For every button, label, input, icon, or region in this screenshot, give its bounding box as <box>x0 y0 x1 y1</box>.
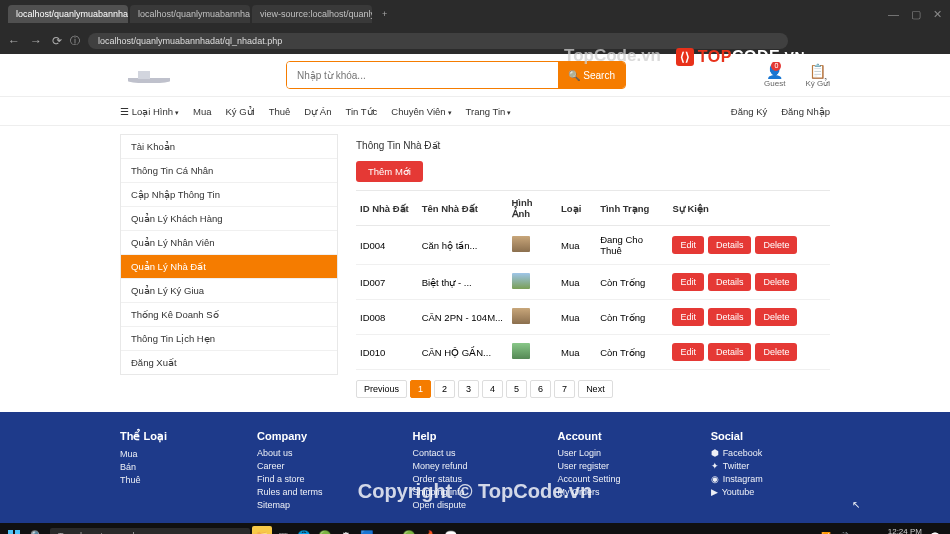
nav-dangnhap[interactable]: Đăng Nhập <box>781 106 830 117</box>
details-button[interactable]: Details <box>708 236 752 254</box>
nav-back-icon[interactable]: ← <box>8 34 20 48</box>
nav-dangky[interactable]: Đăng Ký <box>731 106 767 117</box>
th-id: ID Nhà Đất <box>356 191 418 226</box>
footer-link[interactable]: Thuê <box>120 475 167 485</box>
nav-duan[interactable]: Dự Án <box>304 106 331 117</box>
nav-tintuc[interactable]: Tin Tức <box>345 106 377 117</box>
window-close-icon[interactable]: ✕ <box>933 8 942 21</box>
kygui-icon[interactable]: 📋Ký Gửi <box>805 63 830 88</box>
sidebar-item-ql-kygui[interactable]: Quản Lý Ký Giua <box>121 279 337 303</box>
page-1[interactable]: 1 <box>410 380 431 398</box>
page-2[interactable]: 2 <box>434 380 455 398</box>
cell-id: ID004 <box>356 226 418 265</box>
taskbar-app-icon[interactable]: ∞ <box>378 526 398 534</box>
add-button[interactable]: Thêm Mới <box>356 161 423 182</box>
svg-rect-1 <box>15 530 20 534</box>
delete-button[interactable]: Delete <box>755 236 797 254</box>
cell-tinh: Còn Trống <box>596 265 668 300</box>
taskbar-app-icon[interactable]: 🔥 <box>420 526 440 534</box>
footer-link[interactable]: Rules and terms <box>257 487 323 497</box>
edit-button[interactable]: Edit <box>672 273 704 291</box>
window-maximize-icon[interactable]: ▢ <box>911 8 921 21</box>
footer-link-instagram[interactable]: ◉Instagram <box>711 474 763 484</box>
sidebar-item-ql-nhadat[interactable]: Quản Lý Nhà Đất <box>121 255 337 279</box>
sidebar-item-dangxuat[interactable]: Đăng Xuất <box>121 351 337 374</box>
data-table: ID Nhà Đất Tên Nhà Đất Hình Ảnh Loại Tìn… <box>356 190 830 370</box>
nav-thue[interactable]: Thuê <box>269 106 291 117</box>
page-header: 🔍Search 0 👤Guest 📋Ký Gửi <box>0 54 950 96</box>
footer-link-facebook[interactable]: ⬢Facebook <box>711 448 763 458</box>
sidebar-item-taikhoan[interactable]: Tài Khoản <box>121 135 337 159</box>
footer-link[interactable]: Find a store <box>257 474 323 484</box>
footer-link[interactable]: Bán <box>120 462 167 472</box>
nav-mua[interactable]: Mua <box>193 106 211 117</box>
logo-icon[interactable] <box>120 65 180 85</box>
footer-link-twitter[interactable]: ✦Twitter <box>711 461 763 471</box>
footer-link[interactable]: User Login <box>558 448 621 458</box>
nav-reload-icon[interactable]: ⟳ <box>52 34 62 48</box>
sidebar-item-thongtincn[interactable]: Thông Tin Cá Nhân <box>121 159 337 183</box>
cell-tinh: Còn Trống <box>596 335 668 370</box>
delete-button[interactable]: Delete <box>755 273 797 291</box>
footer-link[interactable]: Contact us <box>413 448 468 458</box>
new-tab-button[interactable]: + <box>374 5 395 23</box>
taskbar-app-icon[interactable]: 📁 <box>252 526 272 534</box>
th-ten: Tên Nhà Đất <box>418 191 508 226</box>
sidebar-item-thongke[interactable]: Thống Kê Doanh Số <box>121 303 337 327</box>
cell-tinh: Còn Trống <box>596 300 668 335</box>
window-minimize-icon[interactable]: — <box>888 8 899 21</box>
details-button[interactable]: Details <box>708 273 752 291</box>
taskbar-app-icon[interactable]: 🟦 <box>357 526 377 534</box>
taskbar-search-icon[interactable]: 🔍 <box>30 530 44 535</box>
nav-trangtin[interactable]: Trang Tin <box>466 106 512 117</box>
footer-link[interactable]: Mua <box>120 449 167 459</box>
sidebar-item-lichhen[interactable]: Thông Tin Lịch Hẹn <box>121 327 337 351</box>
sidebar-item-capnhap[interactable]: Cập Nhập Thông Tin <box>121 183 337 207</box>
edit-button[interactable]: Edit <box>672 236 704 254</box>
footer-link[interactable]: Sitemap <box>257 500 323 510</box>
search-input[interactable] <box>287 62 558 88</box>
delete-button[interactable]: Delete <box>755 343 797 361</box>
taskbar-app-icon[interactable]: ⚙ <box>336 526 356 534</box>
browser-tab[interactable]: view-source:localhost/quanlym... <box>252 5 372 23</box>
footer-link[interactable]: User register <box>558 461 621 471</box>
page-5[interactable]: 5 <box>506 380 527 398</box>
browser-tab[interactable]: localhost/quanlymuabannhadat... <box>8 5 128 23</box>
footer-link[interactable]: About us <box>257 448 323 458</box>
footer-h-social: Social <box>711 430 763 442</box>
page-3[interactable]: 3 <box>458 380 479 398</box>
taskbar-app-icon[interactable]: 💬 <box>441 526 461 534</box>
footer-link[interactable]: Career <box>257 461 323 471</box>
guest-account-icon[interactable]: 0 👤Guest <box>764 63 785 88</box>
taskbar-app-icon[interactable]: 🟢 <box>315 526 335 534</box>
taskbar-time[interactable]: 12:24 PM <box>882 527 922 534</box>
nav-forward-icon[interactable]: → <box>30 34 42 48</box>
start-button[interactable] <box>4 526 24 534</box>
thumbnail-icon <box>512 236 530 252</box>
page-6[interactable]: 6 <box>530 380 551 398</box>
details-button[interactable]: Details <box>708 343 752 361</box>
details-button[interactable]: Details <box>708 308 752 326</box>
footer-link[interactable]: Money refund <box>413 461 468 471</box>
delete-button[interactable]: Delete <box>755 308 797 326</box>
url-input[interactable] <box>88 33 788 49</box>
page-7[interactable]: 7 <box>554 380 575 398</box>
sidebar-item-ql-nhanvien[interactable]: Quản Lý Nhân Viên <box>121 231 337 255</box>
taskbar-app-icon[interactable]: 🌐 <box>294 526 314 534</box>
nav-chuyenvien[interactable]: Chuyên Viên <box>391 106 451 117</box>
page-next[interactable]: Next <box>578 380 613 398</box>
taskbar-app-icon[interactable]: 🟢 <box>399 526 419 534</box>
footer-link-youtube[interactable]: ▶Youtube <box>711 487 763 497</box>
page-4[interactable]: 4 <box>482 380 503 398</box>
edit-button[interactable]: Edit <box>672 343 704 361</box>
site-info-icon[interactable]: ⓘ <box>70 34 80 48</box>
sidebar-item-ql-khachhang[interactable]: Quản Lý Khách Hàng <box>121 207 337 231</box>
page-prev[interactable]: Previous <box>356 380 407 398</box>
cell-loai: Mua <box>557 300 596 335</box>
nav-loaihinh[interactable]: ☰ Loại Hình <box>120 106 179 117</box>
edit-button[interactable]: Edit <box>672 308 704 326</box>
taskbar-app-icon[interactable]: ▦ <box>273 526 293 534</box>
browser-tab[interactable]: localhost/quanlymuabannhadat... <box>130 5 250 23</box>
nav-kygui[interactable]: Ký Gửi <box>225 106 254 117</box>
taskbar-search-input[interactable]: Type here to search <box>50 528 250 534</box>
